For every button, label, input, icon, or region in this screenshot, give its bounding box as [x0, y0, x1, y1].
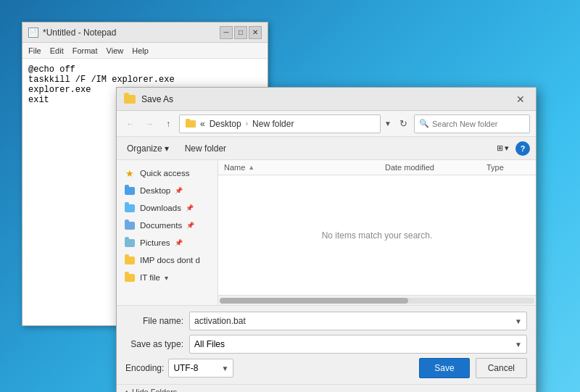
sidebar-item-itfile-label: IT file — [140, 273, 160, 282]
file-area: Name ▲ Date modified Type No items match… — [218, 160, 536, 305]
sidebar-item-documents[interactable]: Documents 📌 — [117, 217, 218, 234]
encoding-label: Encoding: — [125, 363, 164, 373]
scrollbar-thumb[interactable] — [220, 298, 408, 304]
chevron-up-icon: ∧ — [124, 388, 129, 393]
sidebar-item-documents-label: Documents — [140, 221, 182, 230]
filetype-select[interactable]: All Files ▼ — [189, 335, 527, 354]
filetype-dropdown-icon: ▼ — [515, 341, 522, 349]
action-buttons: Save Cancel — [419, 358, 527, 378]
menu-file[interactable]: File — [28, 46, 41, 55]
organize-dropdown-icon: ▾ — [165, 143, 169, 154]
organize-button[interactable]: Organize ▾ — [123, 141, 173, 156]
col-date-label: Date modified — [385, 163, 434, 172]
filename-input-wrapper[interactable]: ▼ — [189, 312, 527, 330]
folder-desktop-icon — [125, 187, 135, 195]
dialog-close-button[interactable]: ✕ — [513, 91, 529, 107]
path-part-newfolder: New folder — [252, 119, 294, 129]
hide-folders-label: Hide Folders — [132, 388, 177, 392]
notepad-title: *Untitled - Notepad — [43, 28, 116, 38]
forward-button[interactable]: → — [141, 116, 157, 132]
dialog-folder-icon — [124, 95, 136, 104]
folder-documents-icon — [125, 222, 135, 230]
pin-icon: 📌 — [175, 187, 183, 194]
menu-edit[interactable]: Edit — [50, 46, 64, 55]
notepad-controls: ─ □ ✕ — [220, 26, 262, 39]
new-folder-button[interactable]: New folder — [179, 141, 232, 156]
dialog-body: ★ Quick access Desktop 📌 Downloads 📌 — [117, 160, 536, 305]
folder-pictures-icon — [125, 239, 135, 247]
sidebar-item-itfile[interactable]: IT file ▾ — [117, 269, 218, 286]
cancel-button[interactable]: Cancel — [476, 358, 527, 378]
sidebar-item-pictures-label: Pictures — [140, 238, 170, 247]
folder-itfile-icon — [125, 274, 135, 282]
sidebar-item-desktop-label: Desktop — [140, 186, 170, 195]
search-icon: 🔍 — [419, 119, 429, 128]
sidebar-item-downloads[interactable]: Downloads 📌 — [117, 199, 218, 217]
up-button[interactable]: ↑ — [160, 116, 176, 132]
view-dropdown-icon: ▾ — [505, 143, 509, 153]
bottom-actions: Encoding: UTF-8 ▼ Save Cancel — [125, 358, 527, 378]
col-type-label: Type — [486, 163, 504, 172]
star-icon: ★ — [125, 168, 134, 179]
menu-format[interactable]: Format — [72, 46, 98, 55]
column-headers: Name ▲ Date modified Type — [218, 160, 536, 175]
view-icon: ⊞ — [497, 143, 503, 153]
save-as-dialog: Save As ✕ ← → ↑ « Desktop › New folder ▼… — [116, 87, 536, 392]
address-bar: ← → ↑ « Desktop › New folder ▼ ↻ 🔍 — [117, 111, 536, 137]
sidebar-item-quickaccess[interactable]: ★ Quick access — [117, 164, 218, 182]
path-part-desktop: Desktop — [210, 119, 241, 129]
filename-label: File name: — [125, 316, 183, 326]
sidebar-item-downloads-label: Downloads — [140, 204, 181, 212]
path-dropdown-button[interactable]: ▼ — [384, 116, 392, 132]
organize-label: Organize — [127, 143, 162, 154]
horizontal-scrollbar[interactable] — [218, 295, 536, 305]
minimize-button[interactable]: ─ — [220, 26, 233, 39]
search-box[interactable]: 🔍 — [414, 114, 530, 133]
maximize-button[interactable]: □ — [234, 26, 247, 39]
no-items-message: No items match your search. — [218, 175, 536, 295]
filename-row: File name: ▼ — [125, 312, 527, 330]
encoding-value: UTF-8 — [173, 363, 198, 373]
hide-folders-row[interactable]: ∧ Hide Folders — [117, 384, 536, 392]
dialog-bottom: File name: ▼ Save as type: All Files ▼ E… — [117, 305, 536, 384]
search-input[interactable] — [432, 120, 525, 128]
refresh-button[interactable]: ↻ — [395, 116, 411, 132]
encoding-row: Encoding: UTF-8 ▼ — [125, 359, 233, 378]
col-name-label: Name — [224, 163, 245, 172]
dialog-toolbar: Organize ▾ New folder ⊞ ▾ ? — [117, 137, 536, 160]
notepad-icon: 📄 — [28, 28, 38, 38]
encoding-dropdown-icon: ▼ — [221, 364, 228, 372]
help-button[interactable]: ? — [515, 141, 530, 156]
sidebar-item-pictures[interactable]: Pictures 📌 — [117, 234, 218, 251]
path-folder-icon — [186, 120, 196, 128]
address-path[interactable]: « Desktop › New folder — [179, 114, 381, 133]
notepad-close-button[interactable]: ✕ — [249, 26, 262, 39]
encoding-select[interactable]: UTF-8 ▼ — [168, 359, 233, 378]
scrollbar-track[interactable] — [220, 298, 534, 304]
back-button[interactable]: ← — [123, 116, 138, 132]
dialog-titlebar: Save As ✕ — [117, 88, 536, 111]
save-button[interactable]: Save — [419, 358, 469, 378]
pin-icon-documents: 📌 — [186, 222, 194, 229]
folder-downloads-icon — [125, 204, 135, 212]
path-separator: « — [200, 119, 205, 129]
notepad-menubar: File Edit Format View Help — [22, 43, 268, 59]
sort-arrow-icon: ▲ — [248, 164, 254, 171]
sidebar-item-impdocs-label: IMP docs dont d — [140, 256, 200, 264]
view-button[interactable]: ⊞ ▾ — [493, 141, 513, 155]
pin-icon-downloads: 📌 — [186, 204, 194, 212]
sidebar-item-desktop[interactable]: Desktop 📌 — [117, 182, 218, 199]
path-arrow: › — [246, 120, 248, 128]
menu-view[interactable]: View — [107, 46, 124, 55]
dialog-title: Save As — [141, 94, 173, 104]
nav-panel: ★ Quick access Desktop 📌 Downloads 📌 — [117, 160, 218, 305]
filetype-label: Save as type: — [125, 339, 183, 349]
filetype-value: All Files — [194, 339, 225, 349]
notepad-titlebar: 📄 *Untitled - Notepad ─ □ ✕ — [22, 22, 268, 43]
menu-help[interactable]: Help — [132, 46, 149, 55]
filename-input[interactable] — [194, 316, 515, 326]
folder-impdocs-icon — [125, 257, 135, 264]
sidebar-item-impdocs[interactable]: IMP docs dont d — [117, 251, 218, 269]
filename-dropdown-icon: ▼ — [515, 317, 522, 325]
sidebar-item-quickaccess-label: Quick access — [140, 169, 189, 178]
